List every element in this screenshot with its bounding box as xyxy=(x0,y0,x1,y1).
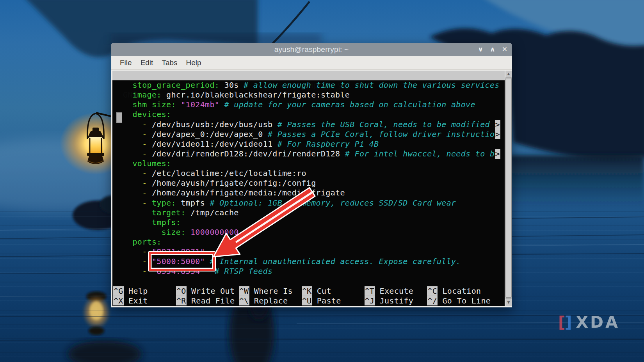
window-title: ayush@raspberrypi: ~ xyxy=(274,45,349,54)
editor-line: - /home/ayush/frigate/config:/config xyxy=(113,178,505,188)
shortcut-execute: ^T Execute xyxy=(365,286,414,296)
editor-line: - type: tmpfs # Optional: 1GB of memory,… xyxy=(113,198,505,208)
shortcut-justify: ^J Justify xyxy=(365,296,414,306)
line-continues-marker: > xyxy=(495,120,500,130)
xda-text: XDA xyxy=(576,313,620,332)
shortcut-label: Exit xyxy=(124,296,148,305)
close-button[interactable]: ✕ xyxy=(502,43,507,56)
shortcut-cut: ^K Cut xyxy=(302,286,331,296)
terminal-frame: docker-compose.yml GNU nano 7.2 stop_gra… xyxy=(111,70,512,307)
shortcut-label: Where Is xyxy=(249,286,293,296)
shortcut-key: ^O xyxy=(176,286,187,296)
shortcut-go-to-line: ^/ Go To Line xyxy=(427,296,491,306)
shortcut-label: Go To Line xyxy=(438,296,491,305)
shortcut-location: ^C Location xyxy=(427,286,481,296)
shortcut-help: ^G Help xyxy=(113,286,148,296)
menu-item-help[interactable]: Help xyxy=(182,59,206,67)
shortcut-label: Help xyxy=(124,286,148,296)
shortcut-key: ^/ xyxy=(427,296,438,305)
shortcut-key: ^J xyxy=(365,296,375,305)
shortcut-key: ^W xyxy=(239,286,249,296)
shortcut-label: Cut xyxy=(312,286,331,296)
shortcut-write-out: ^O Write Out xyxy=(176,286,235,296)
minimize-button[interactable]: ∨ xyxy=(478,43,483,56)
nano-titlebar: docker-compose.yml GNU nano 7.2 xyxy=(112,71,505,80)
menu-item-file[interactable]: File xyxy=(116,59,136,67)
shortcut-replace: ^\ Replace xyxy=(239,296,288,306)
editor-line: ports: xyxy=(113,237,505,247)
desktop: []XDA ayush@raspberrypi: ~ ∨∧✕ FileEditT… xyxy=(0,0,644,362)
shortcut-label: Justify xyxy=(375,296,413,305)
shortcut-key: ^T xyxy=(365,286,375,296)
shortcut-exit: ^X Exit xyxy=(113,296,148,306)
shortcut-label: Location xyxy=(438,286,481,296)
shortcut-where-is: ^W Where Is xyxy=(239,286,293,296)
menu-item-tabs[interactable]: Tabs xyxy=(157,59,181,67)
editor-line: target: /tmp/cache xyxy=(113,208,505,218)
shortcut-read-file: ^R Read File xyxy=(176,296,235,306)
line-continues-marker: > xyxy=(495,130,500,139)
menu-bar: FileEditTabsHelp xyxy=(111,56,512,70)
shortcut-key: ^K xyxy=(302,286,312,296)
editor-line: volumes: xyxy=(113,159,505,169)
editor-line: shm_size: "1024mb" # update for your cam… xyxy=(113,100,505,110)
shortcut-key: ^U xyxy=(302,296,312,305)
editor-line: - /dev/apex_0:/dev/apex_0 # Passes a PCI… xyxy=(113,130,505,139)
editor-line: - /etc/localtime:/etc/localtime:ro xyxy=(113,169,505,178)
window-controls: ∨∧✕ xyxy=(478,43,507,56)
shortcut-paste: ^U Paste xyxy=(302,296,341,306)
shortcut-label: Read File xyxy=(187,296,235,305)
shortcut-key: ^\ xyxy=(239,296,249,305)
shortcut-key: ^R xyxy=(176,296,187,305)
xda-bracket-right: ] xyxy=(565,313,573,332)
editor-line: tmpfs: xyxy=(113,218,505,227)
scroll-down-icon[interactable]: ▼ xyxy=(505,299,512,306)
editor-line: devices: xyxy=(113,110,505,119)
shortcut-key: ^C xyxy=(427,286,438,296)
scroll-up-icon[interactable]: ▲ xyxy=(505,71,512,77)
line-continues-marker: > xyxy=(495,149,500,159)
editor-line: size: 1000000000 xyxy=(113,227,505,237)
terminal-scrollbar[interactable]: ▲ ▼ xyxy=(505,71,512,306)
window-titlebar[interactable]: ayush@raspberrypi: ~ ∨∧✕ xyxy=(111,43,512,56)
editor-line: - /dev/video11:/dev/video11 # For Raspbe… xyxy=(113,139,505,149)
menu-item-edit[interactable]: Edit xyxy=(136,59,158,67)
shortcut-key: ^X xyxy=(113,296,124,305)
shortcut-label: Replace xyxy=(249,296,288,305)
nano-position-indicator xyxy=(116,112,122,123)
shortcut-key: ^G xyxy=(113,286,124,296)
editor-line: image: ghcr.io/blakeblackshear/frigate:s… xyxy=(113,90,505,100)
maximize-button[interactable]: ∧ xyxy=(490,43,495,56)
editor-line: - /dev/bus/usb:/dev/bus/usb # Passes the… xyxy=(113,120,505,130)
editor-line: - /dev/dri/renderD128:/dev/dri/renderD12… xyxy=(113,149,505,159)
editor-line: stop_grace_period: 30s # allow enough ti… xyxy=(113,80,505,90)
scrollbar-thumb[interactable] xyxy=(505,78,512,298)
shortcut-label: Write Out xyxy=(187,286,235,296)
shortcut-label: Paste xyxy=(312,296,341,305)
editor-line: - /home/ayush/frigate/media:/media/friga… xyxy=(113,188,505,198)
xda-watermark: []XDA xyxy=(558,313,620,332)
highlight-box xyxy=(149,252,215,271)
shortcut-label: Execute xyxy=(375,286,413,296)
